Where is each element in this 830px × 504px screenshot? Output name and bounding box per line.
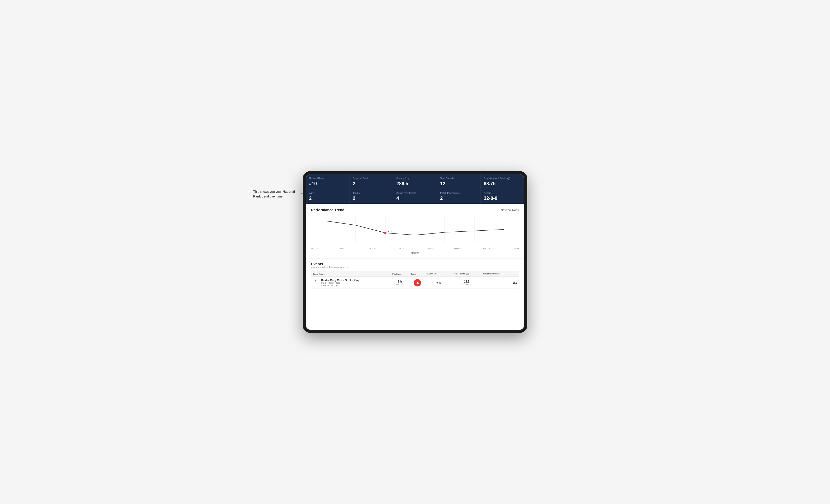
stat-record: Record 32-8-0: [481, 189, 524, 204]
event-weighted-points-cell: 28.3: [482, 277, 519, 289]
stat-top3s-value: 2: [353, 196, 390, 201]
stat-avg-weighted-value: 68.75: [484, 181, 521, 187]
event-position-sub: out of 7: [392, 283, 408, 285]
event-weighted-points: 28.3: [513, 281, 517, 284]
events-title: Events: [311, 262, 519, 266]
chart-x-title: Months: [311, 251, 519, 254]
th-total-points: Total Points i: [452, 271, 482, 277]
event-name-cell: 🏌 Buster Cozy Cup – Stroke Play Oct 9 – …: [311, 277, 391, 289]
stat-top3s: Top 3s 2: [350, 189, 393, 204]
device-frame: National Rank #10 Regional Rank 2 Scorin…: [303, 171, 527, 333]
stat-national-rank: National Rank #10: [306, 174, 349, 189]
chart-subtitle: National Rank: [501, 208, 519, 211]
chart-x-labels: OCT 23 NOV 23 DEC 23 JAN 24 FEB 24 MAR 2…: [311, 246, 519, 251]
rank-impact: Rank Impact: 3 ▼: [321, 284, 359, 287]
stat-national-rank-label: National Rank: [309, 177, 346, 180]
stats-row2: Wins 2 Top 3s 2 Stroke Play Events 4 M: [306, 189, 524, 204]
weighted-points-info-icon[interactable]: i: [501, 273, 503, 275]
event-total-points-cell: 28.3 3 Rounds: [452, 277, 482, 289]
stat-total-rounds-value: 12: [440, 181, 477, 187]
stat-regional-rank: Regional Rank 2: [350, 174, 393, 189]
events-table: Event Name Position Score Event SG i Tot…: [311, 271, 519, 289]
event-total-points-sub: 3 Rounds: [453, 283, 480, 285]
stat-match-play-value: 2: [440, 196, 477, 201]
event-trophy-icon: 🏌: [313, 279, 318, 284]
stat-stroke-play: Stroke Play Events 4: [393, 189, 437, 204]
stat-record-value: 32-8-0: [484, 196, 521, 201]
stat-avg-weighted-points: Avg. Weighted Points i 68.75: [481, 174, 524, 189]
event-score-badge: -22: [414, 279, 421, 287]
svg-text:#10: #10: [388, 230, 392, 233]
stat-record-label: Record: [484, 192, 521, 195]
event-date: Oct 9 – Oct 10, 2023: [321, 282, 359, 284]
stat-national-rank-value: #10: [309, 181, 346, 187]
stat-wins-value: 2: [309, 196, 346, 201]
event-position: 6th: [392, 280, 408, 283]
device-screen: National Rank #10 Regional Rank 2 Scorin…: [306, 174, 524, 330]
events-section: Events Last updated: 24th November 2023 …: [306, 259, 524, 292]
x-label-mar24: MAR 24: [454, 247, 462, 250]
stat-avg-weighted-label: Avg. Weighted Points i: [484, 177, 521, 180]
event-score-cell: -22: [409, 277, 426, 289]
chart-datapoint: [384, 232, 387, 234]
event-sg-value: 0.45: [437, 281, 441, 284]
x-label-apr24: APR 24: [483, 247, 490, 250]
stat-top3s-label: Top 3s: [353, 192, 390, 195]
annotation-text-part1: This shows you your: [253, 190, 283, 194]
stat-scoring-avg: Scoring Avg. 286.5: [393, 174, 437, 189]
stat-wins: Wins 2: [306, 189, 349, 204]
chart-container: #10: [311, 215, 519, 246]
events-updated: Last updated: 24th November 2023: [311, 266, 519, 269]
stat-wins-label: Wins: [309, 192, 346, 195]
rank-impact-arrow-icon: ▼: [336, 284, 338, 287]
event-position-cell: 6th out of 7: [391, 277, 409, 289]
stat-total-rounds-label: Total Rounds: [440, 177, 477, 180]
x-label-jan24: JAN 24: [397, 247, 404, 250]
x-label-dec23: DEC 23: [369, 247, 376, 250]
th-position: Position: [391, 271, 409, 277]
event-sg-info-icon[interactable]: i: [438, 273, 440, 275]
th-score: Score: [409, 271, 426, 277]
event-sg-cell: 0.45: [426, 277, 451, 289]
stat-regional-rank-label: Regional Rank: [353, 177, 390, 180]
total-points-info-icon[interactable]: i: [466, 273, 469, 275]
x-label-nov23: NOV 23: [340, 247, 347, 250]
annotation-text-part2: trend over time: [261, 195, 282, 198]
th-event-sg: Event SG i: [426, 271, 451, 277]
x-label-feb24: FEB 24: [426, 247, 433, 250]
event-name: Buster Cozy Cup – Stroke Play: [321, 279, 359, 282]
chart-svg: #10: [311, 215, 519, 246]
th-event-name: Event Name: [311, 271, 391, 277]
avg-weighted-info-icon[interactable]: i: [507, 177, 510, 180]
chart-section: Performance Trend National Rank: [306, 204, 524, 259]
stat-total-rounds: Total Rounds 12: [437, 174, 480, 189]
annotation-label: This shows you your National Rank trend …: [253, 190, 297, 199]
chart-header: Performance Trend National Rank: [311, 208, 519, 212]
table-row: 🏌 Buster Cozy Cup – Stroke Play Oct 9 – …: [311, 277, 519, 289]
event-total-points: 28.3: [453, 280, 480, 283]
stat-stroke-play-value: 4: [396, 196, 434, 201]
screen-content[interactable]: National Rank #10 Regional Rank 2 Scorin…: [306, 174, 524, 330]
stat-scoring-avg-value: 286.5: [396, 181, 434, 187]
stat-match-play-label: Match Play Events: [440, 192, 477, 195]
stat-stroke-play-label: Stroke Play Events: [396, 192, 434, 195]
chart-title: Performance Trend: [311, 208, 345, 212]
x-label-oct23: OCT 23: [311, 247, 318, 250]
stats-row1: National Rank #10 Regional Rank 2 Scorin…: [306, 174, 524, 189]
x-label-may24: MAY 24: [512, 247, 519, 250]
stat-scoring-avg-label: Scoring Avg.: [396, 177, 434, 180]
stat-match-play: Match Play Events 2: [437, 189, 480, 204]
table-header-row: Event Name Position Score Event SG i Tot…: [311, 271, 519, 277]
stat-regional-rank-value: 2: [353, 181, 390, 187]
th-weighted-points: Weighted Points i: [482, 271, 519, 277]
